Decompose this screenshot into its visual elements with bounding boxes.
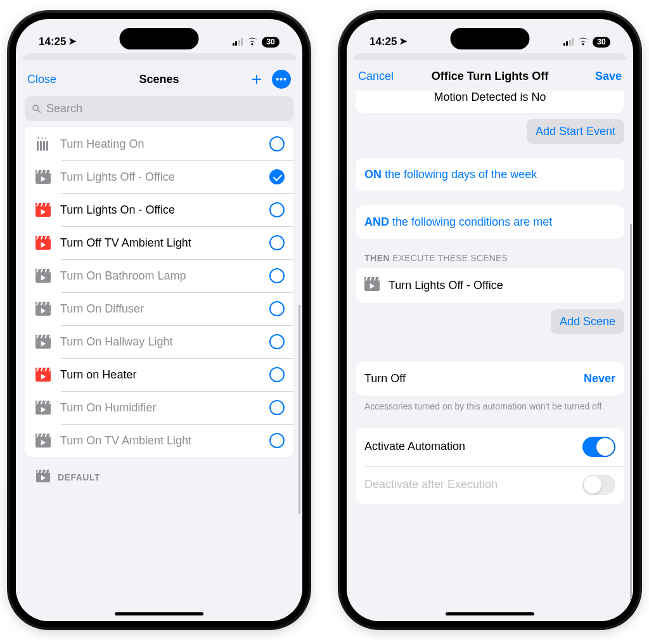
scene-select-radio[interactable] [269, 334, 285, 349]
clapper-gray-icon [364, 277, 380, 294]
search-input[interactable]: Search [25, 96, 293, 121]
then-header: THEN EXECUTE THESE SCENES [356, 253, 624, 268]
deactivate-toggle[interactable] [582, 475, 615, 495]
scene-row-label: Turn Lights Off - Office [389, 279, 503, 292]
clapper-red-icon [35, 236, 51, 250]
scene-row[interactable]: Turn Lights Off - Office [356, 268, 624, 303]
save-button[interactable]: Save [595, 70, 622, 83]
nav-bar: Close Scenes + ••• [16, 60, 302, 96]
clapper-gray-icon [35, 335, 51, 349]
scrollbar[interactable] [299, 305, 300, 514]
scene-row-label: Turn On Bathroom Lamp [60, 269, 260, 283]
scene-row[interactable]: Turn Heating On [25, 127, 293, 160]
page-title: Office Turn Lights Off [424, 70, 556, 83]
days-of-week-link[interactable]: ON the following days of the week [356, 158, 624, 191]
deactivate-label: Deactivate after Execution [364, 478, 498, 491]
clapper-gray-icon [35, 401, 51, 415]
cell-signal-icon [233, 38, 243, 46]
scene-row-label: Turn On Humidifier [60, 401, 260, 415]
sheet-automation-detail: Cancel Office Turn Lights Off Save Motio… [347, 60, 633, 621]
close-button[interactable]: Close [27, 73, 56, 86]
scene-row[interactable]: Turn on Heater [25, 358, 293, 391]
scene-select-radio[interactable] [269, 169, 285, 184]
turn-off-value: Never [584, 372, 615, 385]
more-button[interactable]: ••• [272, 70, 291, 89]
add-scene-button[interactable]: Add Scene [551, 309, 624, 334]
scene-row-label: Turn on Heater [60, 368, 260, 382]
scene-row-label: Turn Lights Off - Office [60, 171, 260, 184]
scene-row-label: Turn Lights On - Office [60, 203, 260, 217]
add-button[interactable]: + [252, 73, 262, 86]
clapper-gray-icon [35, 434, 51, 448]
scene-row-label: Turn Off TV Ambient Light [60, 236, 260, 250]
svg-rect-1 [40, 141, 42, 151]
status-time: 14:25 [39, 35, 66, 48]
clapper-red-icon [35, 368, 51, 382]
heater-icon [35, 137, 51, 151]
scene-select-radio[interactable] [269, 301, 285, 316]
screen-left: 14:25 ➤ 30 Close Scenes + [16, 19, 302, 621]
dynamic-island [120, 28, 199, 49]
wifi-icon [247, 37, 258, 48]
clapper-gray-icon [35, 302, 51, 316]
status-time: 14:25 [369, 35, 397, 48]
scene-select-radio[interactable] [269, 268, 285, 283]
nav-bar: Cancel Office Turn Lights Off Save [347, 60, 633, 91]
scene-select-radio[interactable] [269, 433, 285, 448]
add-start-event-button[interactable]: Add Start Event [527, 119, 624, 144]
scene-select-radio[interactable] [269, 367, 285, 382]
scene-select-radio[interactable] [269, 400, 285, 415]
sheet-scenes: Close Scenes + ••• Search Turn Heating O… [16, 60, 302, 621]
scene-select-radio[interactable] [269, 136, 285, 151]
scene-select-radio[interactable] [269, 202, 285, 217]
scene-row[interactable]: Turn On Hallway Light [25, 325, 293, 358]
motion-condition[interactable]: Motion Detected is No [356, 91, 624, 113]
scene-row[interactable]: Turn On Bathroom Lamp [25, 259, 293, 292]
clapper-gray-icon [36, 470, 50, 484]
scene-row-label: Turn Heating On [60, 138, 260, 151]
home-indicator[interactable] [115, 612, 203, 615]
turn-off-label: Turn Off [364, 372, 406, 385]
scene-row-label: Turn On Hallway Light [60, 335, 260, 349]
page-title: Scenes [93, 73, 225, 86]
search-icon [31, 103, 42, 115]
iphone-frame-right: 14:25 ➤ 30 Cancel Office Turn Lights Off [340, 13, 639, 628]
search-placeholder: Search [46, 102, 82, 115]
turn-off-card[interactable]: Turn Off Never [356, 362, 624, 396]
scene-row-label: Turn On TV Ambient Light [60, 434, 260, 448]
activation-card: Activate Automation Deactivate after Exe… [356, 428, 624, 504]
turn-off-hint: Accessories turned on by this automation… [356, 396, 624, 413]
svg-rect-0 [37, 141, 39, 151]
scene-select-radio[interactable] [269, 235, 285, 250]
default-section: DEFAULT [25, 457, 293, 484]
battery-pct: 30 [262, 37, 280, 48]
scene-row[interactable]: Turn Off TV Ambient Light [25, 226, 293, 259]
scene-list[interactable]: Turn Heating On Turn Lights Off - Office… [16, 127, 302, 621]
clapper-gray-icon [35, 269, 51, 283]
svg-rect-2 [43, 141, 45, 151]
location-icon: ➤ [68, 35, 77, 47]
footer-default-label: DEFAULT [58, 472, 100, 482]
conditions-link[interactable]: AND the following conditions are met [356, 205, 624, 239]
activate-toggle[interactable] [582, 437, 615, 457]
clapper-gray-icon [35, 170, 51, 184]
automation-content[interactable]: Motion Detected is No Add Start Event ON… [347, 91, 633, 621]
scene-row[interactable]: Turn Lights On - Office [25, 193, 293, 226]
scene-row-label: Turn On Diffuser [60, 302, 260, 316]
cancel-button[interactable]: Cancel [358, 70, 394, 83]
home-indicator[interactable] [446, 612, 534, 615]
scene-row[interactable]: Turn On Humidifier [25, 391, 293, 424]
screen-right: 14:25 ➤ 30 Cancel Office Turn Lights Off [347, 19, 633, 621]
scene-row[interactable]: Turn On Diffuser [25, 292, 293, 325]
location-icon: ➤ [399, 35, 408, 47]
battery-pct: 30 [593, 37, 610, 48]
activate-label: Activate Automation [364, 440, 465, 453]
deactivate-row[interactable]: Deactivate after Execution [356, 466, 624, 504]
scene-row[interactable]: Turn On TV Ambient Light [25, 424, 293, 457]
scene-row[interactable]: Turn Lights Off - Office [25, 160, 293, 193]
activate-row[interactable]: Activate Automation [356, 428, 624, 466]
scrollbar[interactable] [630, 224, 632, 604]
dynamic-island [451, 28, 530, 49]
iphone-frame-left: 14:25 ➤ 30 Close Scenes + [10, 13, 309, 628]
wifi-icon [577, 37, 589, 48]
